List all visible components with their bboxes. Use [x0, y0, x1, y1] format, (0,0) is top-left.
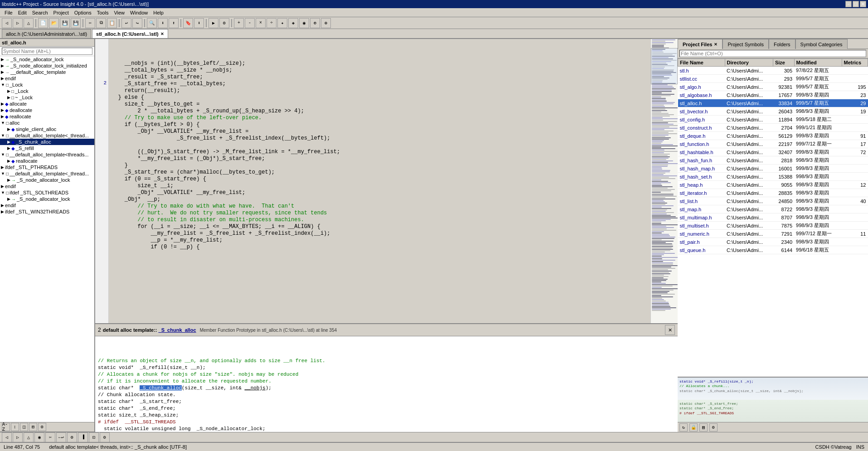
tree-arrow-icon[interactable]: ▶	[1, 63, 4, 68]
tree-item[interactable]: ▼□ifdef _STL_SOLTHREADS	[0, 189, 94, 196]
file-row[interactable]: stllist.ccC:\Users\Admi...293999/5/7 星期五	[678, 75, 868, 83]
file-row[interactable]: stl_numeric.hC:\Users\Admi...7291999/7/1…	[678, 230, 868, 238]
menu-window[interactable]: Window	[127, 8, 150, 17]
file-row[interactable]: stl_hash_fun.hC:\Users\Admi...2818998/9/…	[678, 156, 868, 165]
file-row[interactable]: stl_alloc.hC:\Users\Admi...33834999/5/7 …	[678, 99, 868, 107]
tree-arrow-icon[interactable]: ▶	[1, 209, 4, 214]
bt-forward-button[interactable]: ▷	[13, 432, 23, 442]
bt-grid-button[interactable]: ⊡	[89, 432, 99, 442]
tree-arrow-icon[interactable]: ▶	[1, 114, 4, 119]
tb-bookmark-next-button[interactable]: ⬇	[194, 18, 204, 28]
tree-arrow-icon[interactable]: ▶	[7, 140, 10, 144]
file-row[interactable]: stl_hash_map.hC:\Users\Admi...16001999/8…	[678, 165, 868, 173]
bottom-close-button[interactable]: ✕	[665, 325, 675, 335]
tree-item[interactable]: ▶◆allocate	[0, 101, 94, 107]
tb-undo-button[interactable]: ↩	[121, 18, 131, 28]
tb-open-button[interactable]: 📂	[49, 18, 59, 28]
tree-arrow-icon[interactable]: ▶	[7, 146, 10, 150]
file-row[interactable]: stl_function.hC:\Users\Admi...22197999/7…	[678, 140, 868, 148]
file-row[interactable]: stl_heap.hC:\Users\Admi...9055998/9/3 星期…	[678, 181, 868, 189]
tree-arrow-icon[interactable]: ▼	[1, 82, 5, 87]
tree-item[interactable]: ▶endif	[0, 75, 94, 82]
right-tab-project-files-close[interactable]: ✕	[714, 42, 718, 47]
sym-filter-button[interactable]: ◫	[20, 423, 28, 431]
file-row[interactable]: stl_construct.hC:\Users\Admi...2704999/1…	[678, 124, 868, 132]
file-row[interactable]: stl_multimap.hC:\Users\Admi...8707998/9/…	[678, 213, 868, 222]
rp-lock-button[interactable]: 🔒	[689, 423, 698, 432]
sym-sort-button[interactable]: ↕	[11, 423, 19, 431]
tree-item[interactable]: ▶□_Lock	[0, 88, 94, 94]
file-row[interactable]: stl_map.hC:\Users\Admi...8722998/9/3 星期四	[678, 205, 868, 213]
right-tab-project-files[interactable]: Project Files ✕	[678, 39, 723, 49]
menu-view[interactable]: View	[111, 8, 127, 17]
tree-arrow-icon[interactable]: ▶	[1, 102, 4, 106]
tb-extra-1[interactable]: +	[234, 18, 244, 28]
tb-new-button[interactable]: 📄	[38, 18, 48, 28]
bt-back-button[interactable]: ◁	[2, 432, 12, 442]
tree-item[interactable]: ▶◆reallocate	[0, 158, 94, 164]
tree-item[interactable]: ▶endif	[0, 202, 94, 209]
file-row[interactable]: stl_algobase.hC:\Users\Admi...17657999/8…	[678, 91, 868, 99]
symbol-search-input[interactable]	[2, 48, 92, 55]
tree-arrow-icon[interactable]: ▼	[1, 121, 5, 125]
tb-extra-6[interactable]: ◈	[288, 18, 298, 28]
tb-cut-button[interactable]: ✂	[85, 18, 95, 28]
tb-extra-2[interactable]: -	[245, 18, 255, 28]
tree-item[interactable]: ▼□_Lock	[0, 82, 94, 88]
right-tab-project-symbols[interactable]: Project Symbols	[723, 39, 768, 49]
tree-item[interactable]: ▶→__default_alloc_template	[0, 69, 94, 75]
tab-stl-alloc-h[interactable]: stl_alloc.h (C:\Users\...\stl) ✕	[92, 29, 168, 38]
sym-settings-button[interactable]: ⚙	[38, 423, 46, 431]
tb-build-button[interactable]: ▶	[209, 18, 218, 28]
tb-replace-button[interactable]: ⬆	[169, 18, 179, 28]
tree-arrow-icon[interactable]: ▼	[1, 190, 5, 195]
menu-file[interactable]: File	[2, 8, 15, 17]
tree-item[interactable]: ▼□__default_alloc_template<_thread...	[0, 132, 94, 139]
tree-arrow-icon[interactable]: ▶	[1, 76, 4, 81]
rp-refresh-button[interactable]: ↻	[679, 423, 688, 432]
file-row[interactable]: stl_queue.hC:\Users\Admi...614499/6/18 星…	[678, 246, 868, 254]
tb-extra-8[interactable]: ⊕	[310, 18, 320, 28]
tree-item[interactable]: ▶◆deallocate	[0, 107, 94, 113]
tree-arrow-icon[interactable]: ▶	[7, 95, 10, 100]
tree-item[interactable]: ▶◆reallocate	[0, 113, 94, 120]
tree-item[interactable]: ▶ifdef _STL_WIN32THREADS	[0, 209, 94, 215]
tb-back-button[interactable]: ◁	[2, 18, 12, 28]
file-row[interactable]: stl_hash_set.hC:\Users\Admi...15388998/9…	[678, 173, 868, 181]
maximize-button[interactable]: □	[853, 1, 859, 7]
bt-up-button[interactable]: △	[24, 432, 34, 442]
right-tab-folders[interactable]: Folders	[769, 39, 795, 49]
tree-item[interactable]: ▶◆_S_refill	[0, 145, 94, 151]
tree-arrow-icon[interactable]: ▶	[1, 184, 4, 189]
tb-redo-button[interactable]: ↪	[132, 18, 142, 28]
menu-project[interactable]: Project	[51, 8, 72, 17]
tree-item[interactable]: ▶□~ _Lock	[0, 94, 94, 101]
file-row[interactable]: stl_list.hC:\Users\Admi...24850998/9/3 星…	[678, 197, 868, 205]
file-row[interactable]: stl.hC:\Users\Admi...30597/8/22 星期五	[678, 67, 868, 75]
tree-item[interactable]: ▶→_S_node_allocator_lock_initialized	[0, 63, 94, 69]
minimize-button[interactable]: −	[845, 1, 852, 7]
code-content[interactable]: __nobjs = (int)(__bytes_left/__size); __…	[109, 39, 650, 323]
file-row[interactable]: stl_deque.hC:\Users\Admi...56129999/8/3 …	[678, 132, 868, 140]
tree-item[interactable]: ▶→_S_node_allocator_lock	[0, 177, 94, 183]
col-directory[interactable]: Directory	[725, 59, 773, 67]
file-search-input[interactable]	[679, 50, 866, 57]
tree-item[interactable]: ▶endif	[0, 183, 94, 189]
bt-back2-button[interactable]: ←↩	[56, 432, 66, 442]
right-tab-symbol-categories[interactable]: Symbol Categories	[795, 39, 848, 49]
col-modified[interactable]: Modified	[794, 59, 842, 67]
tree-item[interactable]: ▼□alloc	[0, 120, 94, 126]
col-size[interactable]: Size	[773, 59, 794, 67]
file-row[interactable]: stl_pair.hC:\Users\Admi...2340998/9/3 星期…	[678, 238, 868, 246]
file-row[interactable]: stl_bvector.hC:\Users\Admi...26043998/9/…	[678, 107, 868, 116]
tb-paste-button[interactable]: 📋	[107, 18, 117, 28]
tb-extra-4[interactable]: ÷	[267, 18, 276, 28]
tab-alloc-h[interactable]: alloc.h (C:\Users\Administrator\...\stl)	[2, 29, 91, 38]
rp-settings-button[interactable]: ⚙	[709, 423, 718, 432]
tb-up-button[interactable]: △	[24, 18, 34, 28]
tree-item[interactable]: ▶ifdef _STL_PTHREADS	[0, 164, 94, 170]
tree-arrow-icon[interactable]: ▶	[7, 127, 10, 131]
tb-bookmark-button[interactable]: 🔖	[183, 18, 193, 28]
sym-az-button[interactable]: A-Z	[2, 423, 10, 431]
tb-save-button[interactable]: 💾	[60, 18, 70, 28]
